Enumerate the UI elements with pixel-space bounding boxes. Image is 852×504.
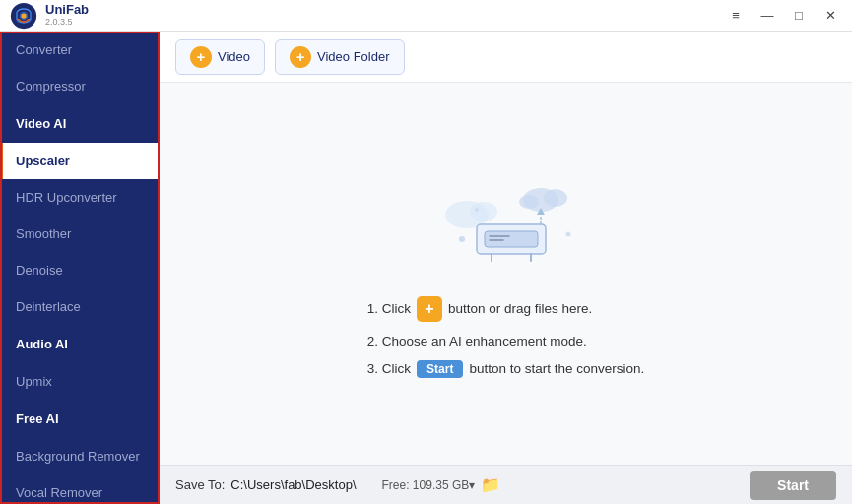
start-button[interactable]: Start xyxy=(750,471,836,500)
add-folder-button[interactable]: + Video Folder xyxy=(275,39,404,75)
instruction-1: 1. Click + button or drag files here. xyxy=(367,296,644,322)
sidebar-header-free-ai: Free AI xyxy=(0,400,160,438)
window-controls: ≡ — □ ✕ xyxy=(722,5,844,27)
footer: Save To: C:\Users\fab\Desktop\ Free: 109… xyxy=(160,465,852,504)
add-folder-label: Video Folder xyxy=(317,49,389,64)
save-path: C:\Users\fab\Desktop\ xyxy=(230,477,356,492)
svg-point-5 xyxy=(519,195,539,209)
save-to-label: Save To: xyxy=(175,477,225,492)
drop-zone: 1. Click + button or drag files here. 2.… xyxy=(160,83,852,465)
sidebar-item-hdr-upconverter[interactable]: HDR Upconverter xyxy=(0,179,160,216)
instruction-3: 3. Click Start button to start the conve… xyxy=(367,360,644,378)
sidebar-item-upscaler[interactable]: Upscaler xyxy=(0,143,160,179)
svg-point-14 xyxy=(459,236,465,242)
title-bar: UniFab 2.0.3.5 ≡ — □ ✕ xyxy=(0,0,852,32)
app-version: 2.0.3.5 xyxy=(45,18,89,28)
free-space: Free: 109.35 GB▾ xyxy=(382,478,476,492)
add-video-button[interactable]: + Video xyxy=(175,39,265,75)
sidebar-item-vocal-remover[interactable]: Vocal Remover xyxy=(0,474,160,504)
svg-rect-9 xyxy=(485,231,538,247)
add-folder-icon: + xyxy=(290,46,311,68)
maximize-button[interactable]: □ xyxy=(785,5,813,27)
sidebar-item-denoise[interactable]: Denoise xyxy=(0,252,160,288)
start-badge: Start xyxy=(417,360,463,378)
svg-point-2 xyxy=(21,13,26,18)
app-name: UniFab xyxy=(45,3,89,17)
app-logo-icon xyxy=(10,2,37,30)
add-icon-inline: + xyxy=(417,296,442,322)
sidebar-item-smoother[interactable]: Smoother xyxy=(0,216,160,252)
svg-point-7 xyxy=(470,202,497,221)
svg-point-4 xyxy=(544,189,567,207)
add-video-label: Video xyxy=(218,49,250,64)
instruction-2: 2. Choose an AI enhancement mode. xyxy=(367,334,644,348)
sidebar: Converter Compressor Video AI Upscaler H… xyxy=(0,32,160,504)
main-layout: Converter Compressor Video AI Upscaler H… xyxy=(0,32,852,504)
sidebar-item-background-remover[interactable]: Background Remover xyxy=(0,438,160,474)
app-name-block: UniFab 2.0.3.5 xyxy=(45,3,89,27)
sidebar-item-deinterlace[interactable]: Deinterlace xyxy=(0,288,160,325)
minimize-button[interactable]: — xyxy=(754,5,781,27)
add-video-icon: + xyxy=(190,46,212,68)
sidebar-item-converter[interactable]: Converter xyxy=(0,32,160,68)
browse-folder-button[interactable]: 📁 xyxy=(481,475,500,494)
svg-point-16 xyxy=(475,208,479,212)
save-to-section: Save To: C:\Users\fab\Desktop\ Free: 109… xyxy=(175,475,500,494)
instructions: 1. Click + button or drag files here. 2.… xyxy=(367,296,644,378)
sidebar-header-audio-ai: Audio AI xyxy=(0,325,160,363)
toolbar: + Video + Video Folder xyxy=(160,32,852,83)
content-area: + Video + Video Folder xyxy=(160,32,852,504)
sidebar-header-video-ai: Video AI xyxy=(0,104,160,143)
close-button[interactable]: ✕ xyxy=(817,5,844,27)
sidebar-item-compressor[interactable]: Compressor xyxy=(0,68,160,104)
menu-button[interactable]: ≡ xyxy=(722,5,750,27)
svg-point-15 xyxy=(565,231,570,236)
app-branding: UniFab 2.0.3.5 xyxy=(0,2,89,30)
sidebar-item-upmix[interactable]: Upmix xyxy=(0,363,160,400)
illustration xyxy=(423,170,590,279)
